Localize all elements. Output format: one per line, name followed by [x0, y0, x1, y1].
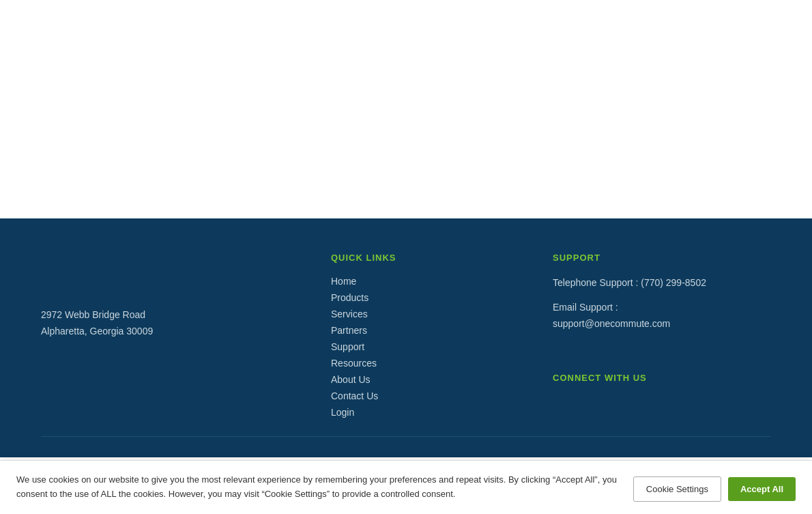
nav-link-home[interactable]: Home — [331, 276, 356, 287]
email-label: Email Support : — [553, 302, 618, 313]
footer: 2972 Webb Bridge Road Alpharetta, Georgi… — [0, 218, 812, 457]
email-address: support@onecommute.com — [553, 318, 670, 329]
main-content-area — [0, 0, 812, 218]
nav-link-partners[interactable]: Partners — [331, 325, 367, 336]
footer-address: 2972 Webb Bridge Road Alpharetta, Georgi… — [41, 307, 259, 340]
connect-title: CONNECT WITH US — [553, 373, 771, 383]
address-line2: Alpharetta, Georgia 30009 — [41, 324, 259, 340]
quick-links-title: QUICK LINKS — [331, 253, 481, 263]
list-item: Login — [331, 406, 481, 418]
list-item: Home — [331, 275, 481, 287]
footer-left: 2972 Webb Bridge Road Alpharetta, Georgi… — [41, 253, 259, 340]
email-link[interactable]: support@onecommute.com — [553, 318, 670, 329]
quick-links-list: Home Products Services Partners Support … — [331, 275, 481, 418]
cookie-buttons: Cookie Settings Accept All — [633, 476, 796, 502]
nav-link-services[interactable]: Services — [331, 309, 368, 319]
list-item: Contact Us — [331, 390, 481, 402]
telephone-number: (770) 299-8502 — [641, 277, 706, 288]
telephone-support: Telephone Support : (770) 299-8502 — [553, 275, 771, 291]
list-item: Resources — [331, 357, 481, 369]
nav-link-products[interactable]: Products — [331, 292, 368, 303]
list-item: Products — [331, 291, 481, 304]
email-support: Email Support : support@onecommute.com — [553, 300, 771, 332]
cookie-settings-button[interactable]: Cookie Settings — [633, 476, 721, 502]
footer-quick-links-section: QUICK LINKS Home Products Services Partn… — [331, 253, 481, 423]
address-line1: 2972 Webb Bridge Road — [41, 307, 259, 324]
nav-link-login[interactable]: Login — [331, 407, 354, 418]
nav-link-resources[interactable]: Resources — [331, 358, 377, 369]
list-item: Support — [331, 341, 481, 353]
list-item: Services — [331, 308, 481, 320]
cookie-banner: We use cookies on our website to give yo… — [0, 460, 812, 514]
nav-link-contact-us[interactable]: Contact Us — [331, 390, 378, 401]
footer-support-section: SUPPORT Telephone Support : (770) 299-85… — [553, 253, 771, 395]
list-item: About Us — [331, 373, 481, 386]
accept-all-button[interactable]: Accept All — [728, 477, 796, 501]
connect-section: CONNECT WITH US — [553, 373, 771, 383]
cookie-text: We use cookies on our website to give yo… — [16, 473, 620, 502]
telephone-label: Telephone Support : — [553, 277, 638, 288]
nav-link-support[interactable]: Support — [331, 341, 364, 352]
footer-divider — [41, 436, 771, 437]
support-title: SUPPORT — [553, 253, 771, 263]
list-item: Partners — [331, 324, 481, 337]
nav-link-about-us[interactable]: About Us — [331, 374, 371, 385]
